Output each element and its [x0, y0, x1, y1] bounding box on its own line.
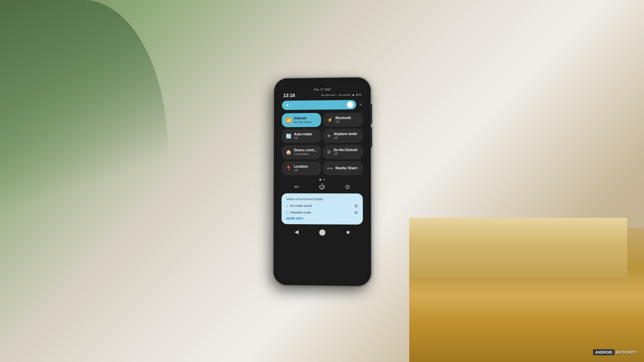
- bluetooth-icon: ⚡: [327, 117, 333, 123]
- edit-button[interactable]: ✏: [294, 183, 299, 191]
- auto-rotate-icon: 🔄: [286, 133, 291, 139]
- tile-auto-rotate-text: Auto-rotate Off: [294, 132, 312, 140]
- page-dots: [278, 177, 367, 182]
- tile-nearby-share-text: Nearby Share: [335, 166, 357, 170]
- navigation-bar: ◀ ⬤ ■: [277, 225, 367, 238]
- phone-screen: Tue, 27 Sept 13:16 No SIM card — No serv…: [277, 81, 367, 282]
- music-icon: ♪: [286, 204, 288, 208]
- tile-location-text: Location Off: [294, 165, 308, 172]
- tile-auto-rotate-title: Auto-rotate: [294, 132, 312, 136]
- tile-dnd-title: Do Not Disturb: [334, 148, 358, 152]
- device-controls-icon: 🏠: [286, 149, 291, 155]
- sound-card-title: Status of sound and display: [286, 197, 358, 201]
- tile-nearby-share-title: Nearby Share: [335, 166, 357, 170]
- dot-2: [323, 179, 325, 181]
- tile-airplane-title: Airplane mode: [334, 132, 357, 136]
- display-mode-row: □ Standard mode ⚙: [286, 210, 358, 215]
- media-sound-left: ♪ No media sound: [286, 204, 312, 208]
- status-icons: No SIM card — No service ▲ 61%: [321, 93, 361, 97]
- dot-1: [319, 179, 321, 181]
- brightness-end-icon: ☀: [359, 102, 363, 107]
- do-not-disturb-icon: ⊘: [327, 149, 331, 155]
- brightness-icon: ☀: [285, 103, 289, 108]
- tile-do-not-disturb[interactable]: ⊘ Do Not Disturb Off: [323, 145, 363, 159]
- back-button[interactable]: ◀: [294, 229, 299, 235]
- network-label: No SIM card — No service: [321, 93, 351, 97]
- tile-internet-subtitle: Be Our Guest: [294, 120, 311, 124]
- books-top-decoration: [409, 218, 627, 278]
- watermark: ANDROID AUTHORITY: [593, 349, 637, 355]
- tile-device-controls-title: Device contr...: [294, 148, 317, 153]
- display-mode-label: Standard mode: [290, 211, 311, 214]
- tile-internet-title: Internet: [294, 116, 311, 120]
- tile-location-title: Location: [294, 165, 308, 169]
- display-icon: □: [286, 210, 288, 214]
- media-settings-icon[interactable]: ⚙: [354, 203, 358, 208]
- tile-device-controls[interactable]: 🏠 Device contr... Unavailable ›: [282, 145, 321, 159]
- tile-bluetooth-subtitle: Off: [335, 120, 351, 123]
- tile-airplane-subtitle: Off: [334, 136, 357, 140]
- tile-bluetooth[interactable]: ⚡ Bluetooth Off: [323, 113, 363, 127]
- tile-device-controls-subtitle: Unavailable: [294, 153, 317, 156]
- home-button[interactable]: ⬤: [319, 228, 326, 236]
- tile-bluetooth-text: Bluetooth Off: [335, 116, 351, 123]
- brightness-row: ☀ ☀: [278, 98, 367, 112]
- status-date: Tue, 27 Sept: [314, 87, 331, 91]
- watermark-authority-label: AUTHORITY: [616, 350, 637, 354]
- airplane-icon: ✈: [327, 133, 331, 139]
- internet-icon: 📶: [286, 118, 291, 123]
- phone-wrapper: Tue, 27 Sept 13:16 No SIM card — No serv…: [273, 77, 371, 286]
- nearby-share-icon: ⟺: [327, 166, 333, 171]
- tile-airplane-text: Airplane mode Off: [334, 132, 357, 140]
- plant-decoration: [0, 0, 168, 302]
- sound-display-card: Status of sound and display ♪ No media s…: [281, 193, 363, 225]
- phone-body: Tue, 27 Sept 13:16 No SIM card — No serv…: [273, 77, 371, 286]
- more-info-button[interactable]: MORE INFO: [286, 217, 358, 220]
- device-controls-arrow-icon: ›: [317, 150, 318, 154]
- media-sound-row: ♪ No media sound ⚙: [286, 203, 358, 208]
- camera-notch: [320, 84, 324, 87]
- tile-internet[interactable]: 📶 Internet Be Our Guest ›: [282, 113, 321, 127]
- tile-internet-text: Internet Be Our Guest: [294, 116, 312, 124]
- display-mode-left: □ Standard mode: [286, 210, 311, 214]
- quick-settings-controls: ✏ ⏻ ⚙: [278, 182, 367, 192]
- internet-arrow-icon: ›: [317, 118, 318, 122]
- tile-device-controls-text: Device contr... Unavailable: [294, 148, 317, 156]
- wifi-icon: ▲: [352, 93, 355, 96]
- tile-location[interactable]: 📍 Location Off: [282, 161, 321, 175]
- tile-nearby-share[interactable]: ⟺ Nearby Share ›: [323, 161, 363, 175]
- settings-button[interactable]: ⚙: [345, 183, 350, 191]
- tile-auto-rotate[interactable]: 🔄 Auto-rotate Off: [282, 129, 321, 143]
- display-settings-icon[interactable]: ⚙: [354, 210, 358, 215]
- brightness-slider[interactable]: ☀: [282, 100, 356, 110]
- nearby-share-arrow-icon: ›: [358, 166, 359, 170]
- location-icon: 📍: [286, 166, 291, 171]
- tile-auto-rotate-subtitle: Off: [294, 136, 312, 140]
- tile-airplane[interactable]: ✈ Airplane mode Off: [323, 129, 363, 143]
- status-time: 13:16: [283, 93, 295, 98]
- tile-dnd-subtitle: Off: [334, 152, 358, 156]
- media-sound-label: No media sound: [290, 204, 312, 207]
- power-button[interactable]: ⏻: [319, 183, 325, 190]
- watermark-android-label: ANDROID: [593, 349, 614, 355]
- battery-label: 61%: [356, 93, 361, 96]
- brightness-thumb[interactable]: [347, 101, 354, 108]
- tile-dnd-text: Do Not Disturb Off: [334, 148, 358, 156]
- tile-bluetooth-title: Bluetooth: [335, 116, 351, 120]
- tile-location-subtitle: Off: [294, 169, 308, 172]
- recents-button[interactable]: ■: [346, 229, 350, 235]
- quick-settings-grid: 📶 Internet Be Our Guest › ⚡ Bluetooth Of…: [278, 111, 367, 177]
